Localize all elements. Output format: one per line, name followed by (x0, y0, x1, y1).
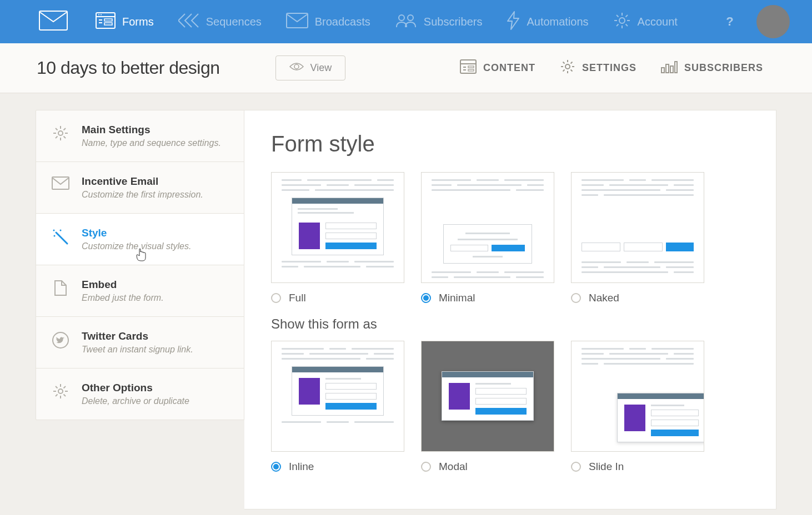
svg-rect-40 (675, 62, 677, 73)
automations-icon (507, 11, 520, 33)
app-logo-icon[interactable] (39, 11, 68, 33)
style-preview-minimal[interactable] (421, 172, 554, 283)
eye-icon (289, 62, 304, 74)
nav-account[interactable]: Account (601, 0, 690, 43)
sidebar-item-label: Incentive Email (82, 175, 203, 188)
page-title: 10 days to better design (37, 58, 220, 78)
svg-point-28 (565, 64, 570, 69)
svg-line-63 (56, 395, 58, 397)
svg-line-35 (563, 70, 564, 72)
nav-sequences-label: Sequences (206, 16, 262, 28)
sidebar-item-other-options[interactable]: Other Options Delete, archive or duplica… (36, 368, 244, 420)
radio-style-minimal[interactable] (421, 293, 431, 303)
svg-line-19 (616, 24, 619, 26)
radio-style-minimal-label[interactable]: Minimal (439, 292, 475, 304)
display-preview-modal[interactable] (421, 341, 554, 452)
svg-line-34 (570, 70, 572, 72)
svg-line-47 (64, 137, 66, 139)
display-heading: Show this form as (271, 316, 749, 332)
tab-subscribers-label: SUBSCRIBERS (684, 62, 763, 74)
nav-sequences[interactable]: Sequences (166, 0, 274, 43)
style-preview-full[interactable] (271, 172, 404, 283)
subscribers-tab-icon (661, 60, 678, 76)
svg-line-20 (625, 15, 628, 17)
radio-display-inline[interactable] (271, 462, 281, 472)
sidebar-item-incentive-email[interactable]: Incentive Email Customize the first impr… (36, 162, 244, 214)
sidebar-item-embed[interactable]: Embed Embed just the form. (36, 265, 244, 317)
nav-subscribers-label: Subscribers (424, 16, 483, 28)
sidebar-item-label: Other Options (82, 382, 189, 394)
settings-sidebar: Main Settings Name, type and sequence se… (36, 110, 244, 420)
tab-settings-label: SETTINGS (582, 62, 636, 74)
radio-display-modal[interactable] (421, 462, 431, 472)
nav-broadcasts[interactable]: Broadcasts (274, 0, 383, 43)
sidebar-item-desc: Customize the visual styles. (82, 241, 191, 251)
radio-style-naked[interactable] (571, 293, 581, 303)
sidebar-item-desc: Name, type and sequence settings. (82, 138, 221, 148)
svg-line-64 (64, 386, 66, 388)
nav-account-label: Account (638, 16, 678, 28)
radio-style-naked-label[interactable]: Naked (589, 292, 619, 304)
radio-display-inline-label[interactable]: Inline (289, 461, 314, 473)
nav-forms-label: Forms (122, 16, 154, 28)
svg-rect-27 (468, 69, 474, 71)
radio-style-full-label[interactable]: Full (289, 292, 306, 304)
nav-broadcasts-label: Broadcasts (315, 16, 370, 28)
form-style-options: Full (271, 172, 749, 304)
sequences-icon (178, 13, 199, 31)
svg-line-33 (563, 62, 564, 64)
help-button[interactable]: ? (720, 12, 740, 32)
svg-line-17 (616, 15, 619, 17)
tab-subscribers[interactable]: SUBSCRIBERS (649, 43, 775, 93)
display-preview-inline[interactable] (271, 341, 404, 452)
sidebar-item-style[interactable]: Style Customize the visual styles. (36, 214, 244, 265)
svg-point-11 (408, 15, 413, 21)
document-icon (52, 279, 69, 296)
tab-content[interactable]: CONTENT (448, 43, 548, 93)
radio-display-slidein[interactable] (571, 462, 581, 472)
settings-tab-icon (560, 59, 575, 77)
envelope-icon (52, 175, 69, 190)
svg-rect-38 (666, 64, 669, 73)
display-preview-slidein[interactable] (571, 341, 704, 452)
sidebar-item-label: Embed (82, 279, 164, 291)
svg-point-3 (98, 14, 99, 15)
magic-wand-icon (52, 227, 69, 246)
style-preview-naked[interactable] (571, 172, 704, 283)
nav-automations-label: Automations (527, 16, 588, 28)
nav-automations[interactable]: Automations (494, 0, 600, 43)
svg-rect-8 (104, 23, 112, 25)
sidebar-item-label: Main Settings (82, 124, 221, 136)
svg-rect-39 (670, 66, 673, 73)
gear-icon (52, 382, 69, 400)
twitter-icon (52, 330, 69, 349)
svg-line-49 (64, 128, 66, 130)
radio-display-modal-label[interactable]: Modal (439, 461, 468, 473)
sidebar-item-twitter-cards[interactable]: Twitter Cards Tweet an instant signup li… (36, 317, 244, 368)
sidebar-item-main-settings[interactable]: Main Settings Name, type and sequence se… (36, 110, 244, 162)
svg-line-61 (56, 386, 58, 388)
section-heading: Form style (271, 132, 749, 156)
radio-display-slidein-label[interactable]: Slide In (589, 461, 624, 473)
forms-icon (96, 12, 116, 32)
svg-line-36 (570, 62, 572, 64)
top-nav: Forms Sequences Broadcasts Subscribers A… (0, 0, 812, 43)
sidebar-item-desc: Delete, archive or duplicate (82, 396, 189, 406)
sidebar-item-label: Twitter Cards (82, 330, 193, 342)
svg-rect-7 (104, 19, 112, 21)
svg-rect-50 (52, 177, 69, 189)
tab-settings[interactable]: SETTINGS (548, 43, 649, 93)
subscribers-icon (395, 13, 417, 31)
view-button[interactable]: View (275, 55, 346, 80)
svg-rect-37 (661, 68, 664, 73)
view-button-label: View (310, 62, 332, 74)
radio-style-full[interactable] (271, 293, 281, 303)
nav-forms[interactable]: Forms (83, 0, 166, 43)
avatar[interactable] (756, 5, 790, 38)
svg-point-21 (294, 64, 299, 69)
svg-point-41 (58, 131, 63, 135)
svg-rect-0 (39, 11, 67, 30)
page-toolbar: 10 days to better design View CONTENT SE… (0, 43, 812, 93)
nav-subscribers[interactable]: Subscribers (383, 0, 495, 43)
svg-point-53 (60, 230, 62, 231)
